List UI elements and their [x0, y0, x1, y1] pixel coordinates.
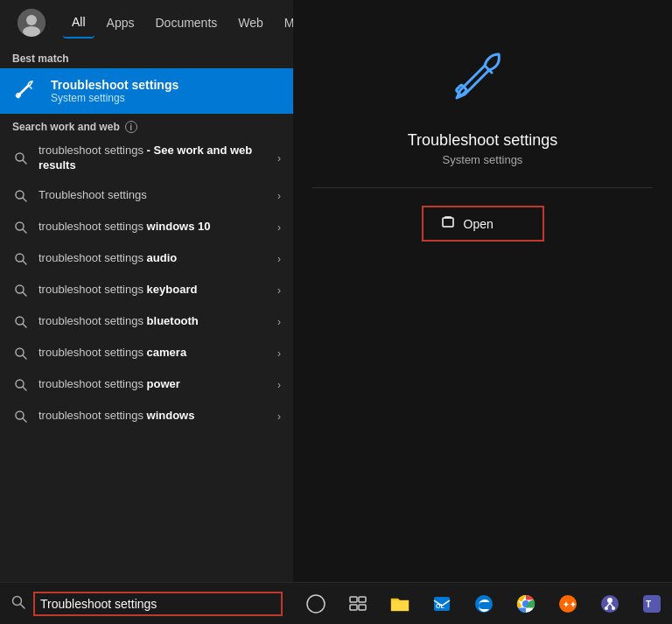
left-panel: All Apps Documents Web More ▼: [0, 0, 293, 582]
search-input[interactable]: [33, 592, 283, 616]
best-match-text: Troubleshoot settings System settings: [51, 78, 178, 104]
svg-line-16: [23, 324, 26, 327]
search-icon: [12, 250, 30, 268]
task-view-icon[interactable]: [342, 588, 374, 620]
result-text: Troubleshoot settings: [38, 188, 269, 203]
search-icon: [12, 219, 30, 236]
search-icon: [12, 408, 30, 425]
chevron-right-icon: ›: [277, 152, 281, 165]
divider: [312, 187, 654, 188]
result-item[interactable]: troubleshoot settings audio ›: [0, 243, 293, 275]
taskbar-icons: OL ✦✦: [293, 588, 672, 620]
result-text: troubleshoot settings windows: [38, 409, 269, 424]
svg-text:OL: OL: [436, 603, 444, 609]
avatar[interactable]: [18, 9, 46, 37]
chrome-icon[interactable]: [510, 588, 542, 620]
windows-start-icon[interactable]: [300, 588, 332, 620]
svg-rect-30: [350, 605, 357, 610]
open-button-icon: [441, 214, 457, 233]
svg-rect-31: [359, 605, 366, 610]
open-button-label: Open: [464, 217, 494, 231]
search-box-area: [0, 583, 293, 625]
best-match-item[interactable]: Troubleshoot settings System settings: [0, 68, 293, 114]
result-item[interactable]: troubleshoot settings keyboard ›: [0, 275, 293, 306]
info-icon[interactable]: i: [125, 121, 137, 133]
right-panel-icon: [448, 44, 518, 117]
chevron-right-icon: ›: [277, 221, 281, 234]
search-icon: [12, 345, 30, 362]
tab-apps[interactable]: Apps: [98, 7, 144, 39]
chevron-right-icon: ›: [277, 253, 281, 265]
result-text: troubleshoot settings bluetooth: [38, 314, 269, 329]
tab-web[interactable]: Web: [229, 7, 272, 39]
taskbar: OL ✦✦: [0, 582, 672, 624]
search-work-web-section: Search work and web i: [0, 114, 293, 137]
svg-line-22: [23, 418, 26, 422]
search-icon: [10, 594, 26, 613]
svg-rect-28: [350, 597, 357, 602]
result-item[interactable]: Troubleshoot settings ›: [0, 180, 293, 212]
search-icon: [12, 282, 30, 299]
teams-icon[interactable]: T: [636, 588, 668, 620]
result-text: troubleshoot settings keyboard: [38, 283, 269, 298]
result-text: troubleshoot settings power: [38, 377, 269, 392]
outlook-icon[interactable]: OL: [426, 588, 458, 620]
svg-line-6: [23, 160, 26, 164]
result-item[interactable]: troubleshoot settings windows ›: [0, 401, 293, 432]
right-panel-title: Troubleshoot settings: [408, 131, 557, 150]
search-icon: [12, 313, 30, 331]
svg-line-12: [23, 261, 26, 264]
svg-point-27: [307, 595, 325, 613]
right-panel: Troubleshoot settings System settings Op…: [293, 0, 672, 582]
edge-icon[interactable]: [468, 588, 500, 620]
result-item[interactable]: troubleshoot settings camera ›: [0, 338, 293, 369]
network-icon[interactable]: [594, 588, 626, 620]
chevron-right-icon: ›: [277, 284, 281, 297]
tabs-header: All Apps Documents Web More ▼: [0, 0, 293, 46]
wrench-icon: [12, 77, 40, 105]
svg-line-20: [23, 387, 26, 390]
result-text: troubleshoot settings camera: [38, 346, 269, 361]
svg-rect-29: [359, 597, 366, 602]
results-area: Best match Troubleshoot settings System …: [0, 46, 293, 582]
result-item[interactable]: troubleshoot settings power ›: [0, 369, 293, 401]
open-button[interactable]: Open: [422, 206, 544, 242]
tab-documents[interactable]: Documents: [146, 7, 226, 39]
best-match-title: Troubleshoot settings: [51, 78, 178, 92]
chevron-right-icon: ›: [277, 379, 281, 391]
svg-line-8: [23, 198, 26, 201]
svg-rect-24: [443, 218, 453, 227]
result-item[interactable]: troubleshoot settings bluetooth ›: [0, 306, 293, 338]
svg-point-43: [605, 606, 608, 610]
search-icon: [12, 187, 30, 205]
svg-text:T: T: [646, 599, 651, 609]
tab-all[interactable]: All: [63, 7, 94, 39]
search-icon: [12, 376, 30, 394]
result-text: troubleshoot settings audio: [38, 251, 269, 266]
file-explorer-icon[interactable]: [384, 588, 416, 620]
svg-line-14: [23, 292, 26, 296]
result-item[interactable]: troubleshoot settings windows 10 ›: [0, 212, 293, 243]
svg-point-40: [607, 598, 612, 603]
svg-point-1: [26, 15, 37, 25]
svg-line-18: [23, 355, 26, 359]
mail-icon[interactable]: ✦✦: [552, 588, 584, 620]
svg-point-44: [612, 606, 615, 610]
result-text: troubleshoot settings windows 10: [38, 220, 269, 235]
right-panel-subtitle: System settings: [443, 153, 523, 166]
profile-area: [7, 9, 56, 37]
search-icon: [12, 150, 30, 167]
chevron-right-icon: ›: [277, 190, 281, 202]
chevron-right-icon: ›: [277, 347, 281, 360]
svg-line-10: [23, 229, 26, 233]
svg-point-2: [23, 26, 40, 37]
result-item[interactable]: troubleshoot settings - See work and web…: [0, 137, 293, 180]
best-match-subtitle: System settings: [51, 92, 178, 104]
svg-line-26: [21, 604, 25, 608]
result-text: troubleshoot settings - See work and web…: [38, 144, 269, 173]
best-match-label: Best match: [0, 46, 293, 68]
chevron-right-icon: ›: [277, 410, 281, 423]
chevron-right-icon: ›: [277, 316, 281, 328]
svg-text:✦✦: ✦✦: [563, 600, 577, 609]
